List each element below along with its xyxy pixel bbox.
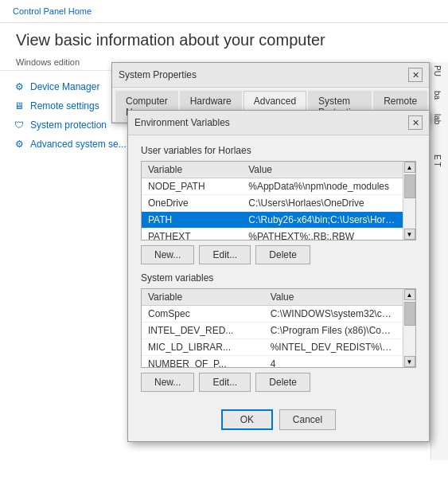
sys-var-value-1: C:\Program Files (x86)\Common Files\In..… bbox=[264, 323, 403, 339]
dialog-bottom-buttons: OK Cancel bbox=[128, 401, 429, 441]
user-col-variable: Variable bbox=[142, 162, 242, 178]
system-props-title: System Properties bbox=[119, 69, 197, 80]
remote-settings-label: Remote settings bbox=[30, 100, 99, 111]
table-row[interactable]: INTEL_DEV_RED... C:\Program Files (x86)\… bbox=[142, 323, 403, 339]
system-protection-icon: 🛡 bbox=[13, 119, 25, 131]
system-edit-button[interactable]: Edit... bbox=[199, 373, 251, 392]
right-partial-text-pu: PU bbox=[431, 62, 443, 80]
control-panel-home-link[interactable]: Control Panel Home bbox=[13, 6, 92, 16]
user-vars-table-container: Variable Value NODE_PATH %AppData%\npm\n… bbox=[141, 161, 416, 240]
user-var-name-3: PATHEXT bbox=[142, 229, 242, 240]
table-row[interactable]: ComSpec C:\WINDOWS\system32\cmd.exe bbox=[142, 306, 403, 323]
sys-scrollbar-down-button[interactable]: ▼ bbox=[404, 356, 415, 367]
system-vars-buttons: New... Edit... Delete bbox=[141, 373, 416, 392]
page-title: View basic information about your comput… bbox=[0, 23, 448, 54]
device-manager-icon: ⚙ bbox=[13, 80, 25, 93]
user-vars-table: Variable Value NODE_PATH %AppData%\npm\n… bbox=[142, 162, 403, 240]
user-var-value-0: %AppData%\npm\node_modules bbox=[242, 178, 403, 195]
user-col-value: Value bbox=[242, 162, 403, 178]
sys-var-value-0: C:\WINDOWS\system32\cmd.exe bbox=[264, 306, 403, 323]
remote-settings-icon: 🖥 bbox=[13, 100, 25, 112]
env-dialog-body: User variables for Horlaes Variable Valu… bbox=[128, 135, 429, 401]
sys-var-name-3: NUMBER_OF_P... bbox=[142, 356, 264, 368]
user-delete-button[interactable]: Delete bbox=[255, 245, 310, 264]
system-props-titlebar: System Properties ✕ bbox=[112, 63, 429, 88]
scrollbar-up-button[interactable]: ▲ bbox=[404, 162, 415, 173]
system-new-button[interactable]: New... bbox=[141, 373, 194, 392]
sys-var-name-0: ComSpec bbox=[142, 306, 264, 323]
system-vars-table-container: Variable Value ComSpec C:\WINDOWS\system… bbox=[141, 288, 416, 368]
system-protection-label: System protection bbox=[30, 119, 107, 131]
ok-button[interactable]: OK bbox=[221, 409, 273, 430]
user-var-value-2: C:\Ruby26-x64\bin;C:\Users\Horlaes\A... bbox=[242, 212, 403, 229]
advanced-system-label: Advanced system se... bbox=[30, 139, 127, 150]
sys-col-variable: Variable bbox=[142, 289, 264, 306]
user-new-button[interactable]: New... bbox=[141, 245, 194, 264]
user-edit-button[interactable]: Edit... bbox=[199, 245, 251, 264]
scrollbar-down-button[interactable]: ▼ bbox=[404, 229, 415, 240]
sys-var-value-2: %INTEL_DEV_REDIST%\compiler\lib\mic bbox=[264, 339, 403, 356]
table-row-selected[interactable]: PATH C:\Ruby26-x64\bin;C:\Users\Horlaes\… bbox=[142, 212, 403, 229]
sys-var-name-2: MIC_LD_LIBRAR... bbox=[142, 339, 264, 356]
env-dialog-title: Environment Variables bbox=[134, 117, 230, 128]
user-vars-scrollbar[interactable]: ▲ ▼ bbox=[403, 162, 415, 240]
sys-var-value-3: 4 bbox=[264, 356, 403, 368]
device-manager-label: Device Manager bbox=[30, 81, 99, 92]
env-dialog-close-button[interactable]: ✕ bbox=[408, 115, 423, 130]
cancel-button[interactable]: Cancel bbox=[279, 409, 336, 430]
system-props-close-button[interactable]: ✕ bbox=[408, 68, 423, 82]
environment-variables-dialog: Environment Variables ✕ User variables f… bbox=[127, 110, 430, 442]
control-panel-header[interactable]: Control Panel Home bbox=[0, 0, 448, 23]
right-partial-panel: PU ba lab E T bbox=[430, 62, 448, 460]
right-partial-text-ba: ba bbox=[431, 88, 443, 103]
user-var-name-1: OneDrive bbox=[142, 195, 242, 212]
system-vars-scroll-area[interactable]: Variable Value ComSpec C:\WINDOWS\system… bbox=[142, 289, 403, 367]
table-row[interactable]: OneDrive C:\Users\Horlaes\OneDrive bbox=[142, 195, 403, 212]
advanced-system-icon: ⚙ bbox=[13, 138, 25, 151]
system-vars-label: System variables bbox=[141, 272, 416, 284]
user-vars-buttons: New... Edit... Delete bbox=[141, 245, 416, 264]
sys-var-name-1: INTEL_DEV_RED... bbox=[142, 323, 264, 339]
user-vars-scroll-area[interactable]: Variable Value NODE_PATH %AppData%\npm\n… bbox=[142, 162, 403, 240]
table-row[interactable]: MIC_LD_LIBRAR... %INTEL_DEV_REDIST%\comp… bbox=[142, 339, 403, 356]
right-partial-text-et: E T bbox=[431, 151, 443, 170]
table-row[interactable]: NODE_PATH %AppData%\npm\node_modules bbox=[142, 178, 403, 195]
user-vars-label: User variables for Horlaes bbox=[141, 145, 416, 156]
env-dialog-titlebar: Environment Variables ✕ bbox=[128, 111, 429, 135]
user-vars-table-inner: Variable Value NODE_PATH %AppData%\npm\n… bbox=[141, 161, 416, 240]
system-delete-button[interactable]: Delete bbox=[255, 373, 310, 392]
table-row[interactable]: PATHEXT %PATHEXT%;.RB;.RBW bbox=[142, 229, 403, 240]
system-vars-table-inner: Variable Value ComSpec C:\WINDOWS\system… bbox=[141, 288, 416, 368]
sys-scrollbar-thumb[interactable] bbox=[404, 302, 415, 326]
sys-scrollbar-up-button[interactable]: ▲ bbox=[404, 289, 415, 300]
scrollbar-thumb[interactable] bbox=[404, 174, 415, 198]
user-var-value-3: %PATHEXT%;.RB;.RBW bbox=[242, 229, 403, 240]
user-var-value-1: C:\Users\Horlaes\OneDrive bbox=[242, 195, 403, 212]
system-vars-scrollbar[interactable]: ▲ ▼ bbox=[403, 289, 415, 367]
system-vars-table: Variable Value ComSpec C:\WINDOWS\system… bbox=[142, 289, 403, 367]
user-var-name-2: PATH bbox=[142, 212, 242, 229]
table-row[interactable]: NUMBER_OF_P... 4 bbox=[142, 356, 403, 368]
sys-col-value: Value bbox=[264, 289, 403, 306]
right-partial-text-lab: lab bbox=[431, 111, 443, 127]
user-var-name-0: NODE_PATH bbox=[142, 178, 242, 195]
